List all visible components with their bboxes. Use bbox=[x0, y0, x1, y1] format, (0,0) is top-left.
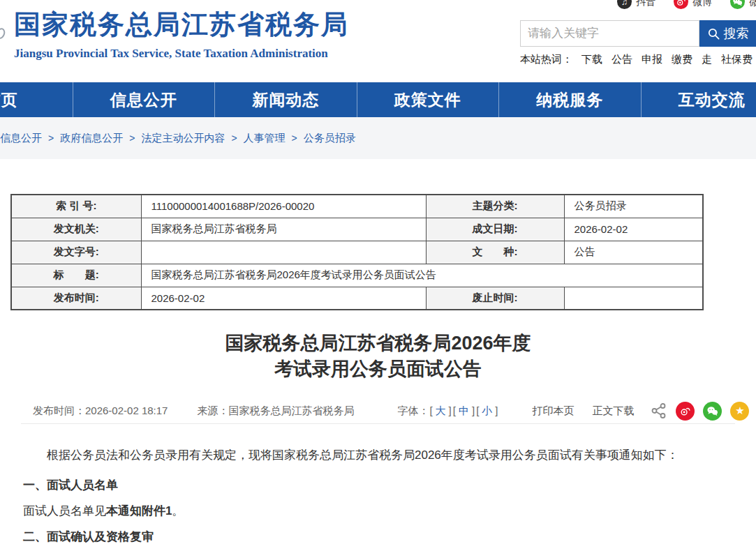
breadcrumb-item[interactable]: 公务员招录 bbox=[304, 132, 356, 145]
table-row: 发文字号: 文 种: 公告 bbox=[11, 241, 703, 264]
article-body: 根据公务员法和公务员录用有关规定，现将国家税务总局江苏省税务局2026年度考试录… bbox=[23, 439, 735, 544]
section-heading-1: 一、面试人员名单 bbox=[23, 476, 735, 494]
search-icon bbox=[707, 27, 720, 40]
share-wechat-icon[interactable] bbox=[703, 402, 722, 421]
repeal-time-label: 废止时间: bbox=[426, 287, 564, 310]
site-search: 搜索 bbox=[520, 20, 756, 47]
publish-time-label: 发布时间: bbox=[11, 287, 141, 310]
breadcrumb-separator: > bbox=[231, 133, 237, 144]
article-publish-time: 发布时间：2026-02-02 18:17 bbox=[33, 405, 168, 418]
nav-item-interaction[interactable]: 互动交流 bbox=[641, 82, 756, 117]
site-title: 国家税务总局江苏省税务局 bbox=[14, 7, 349, 43]
doc-title-label: 标 题: bbox=[11, 264, 141, 287]
issuing-agency-value: 国家税务总局江苏省税务局 bbox=[141, 218, 426, 241]
table-row: 标 题: 国家税务总局江苏省税务局2026年度考试录用公务员面试公告 bbox=[11, 264, 703, 287]
doc-number-label: 发文字号: bbox=[11, 241, 141, 264]
share-icon[interactable] bbox=[651, 402, 667, 419]
weibo-label: 微博 bbox=[692, 0, 712, 8]
font-size-large-button[interactable]: [大] bbox=[429, 405, 451, 418]
wechat-label: 微信 bbox=[749, 0, 756, 8]
douyin-link[interactable]: ♫ 抖音 bbox=[617, 0, 655, 9]
weibo-link[interactable]: 微博 bbox=[674, 0, 712, 9]
hotword-link[interactable]: 公告 bbox=[612, 53, 632, 66]
hotword-link[interactable]: 申报 bbox=[642, 53, 662, 66]
article-info-bar: 发布时间：2026-02-02 18:17 来源：国家税务总局江苏省税务局 字体… bbox=[0, 399, 756, 423]
index-number-label: 索 引 号: bbox=[11, 195, 141, 218]
social-links-row: ♫ 抖音 微博 微信 bbox=[617, 0, 756, 9]
nav-item-home[interactable]: 首页 bbox=[0, 82, 73, 117]
topic-category-value: 公务员招录 bbox=[564, 195, 703, 218]
breadcrumb-item[interactable]: 法定主动公开内容 bbox=[141, 132, 225, 145]
document-meta-table: 索 引 号: 11100000014001688P/2026-00020 主题分… bbox=[10, 194, 704, 310]
search-button-label: 搜索 bbox=[724, 25, 749, 42]
hotword-link[interactable]: 社保费 bbox=[721, 53, 753, 66]
douyin-label: 抖音 bbox=[636, 0, 655, 8]
font-size-small-button[interactable]: [小] bbox=[476, 405, 498, 418]
hotwords-label: 本站热词： bbox=[520, 53, 572, 66]
issue-date-value: 2026-02-02 bbox=[564, 218, 703, 241]
download-text-button[interactable]: 正文下载 bbox=[592, 405, 634, 418]
nav-item-tax-service[interactable]: 纳税服务 bbox=[498, 82, 641, 117]
repeal-time-value bbox=[564, 287, 703, 310]
table-row: 发布时间: 2026-02-02 废止时间: bbox=[11, 287, 703, 310]
hotword-link[interactable]: 下载 bbox=[581, 53, 602, 66]
breadcrumb-item[interactable]: 信息公开 bbox=[0, 132, 42, 145]
divider bbox=[21, 423, 735, 424]
page-title: 国家税务总局江苏省税务局2026年度 考试录用公务员面试公告 bbox=[0, 331, 756, 382]
hotwords-row: 本站热词： 下载 公告 申报 缴费 走 社保费 逃 bbox=[520, 53, 756, 66]
attachment-reference: 本通知附件1 bbox=[106, 504, 172, 517]
table-row: 索 引 号: 11100000014001688P/2026-00020 主题分… bbox=[11, 195, 703, 218]
hotword-link[interactable]: 缴费 bbox=[672, 53, 692, 66]
doc-title-value: 国家税务总局江苏省税务局2026年度考试录用公务员面试公告 bbox=[141, 264, 703, 287]
article-paragraph: 根据公务员法和公务员录用有关规定，现将国家税务总局江苏省税务局2026年度考试录… bbox=[23, 446, 735, 464]
font-size-controls: 字体： [大] [中] [小] bbox=[397, 405, 498, 418]
breadcrumb-separator: > bbox=[292, 133, 297, 144]
print-page-button[interactable]: 打印本页 bbox=[532, 405, 574, 418]
index-number-value: 11100000014001688P/2026-00020 bbox=[141, 195, 426, 218]
nav-item-policy[interactable]: 政策文件 bbox=[357, 82, 499, 117]
issuing-agency-label: 发文机关: bbox=[11, 218, 141, 241]
doc-type-value: 公告 bbox=[564, 241, 703, 264]
breadcrumb-item[interactable]: 人事管理 bbox=[244, 132, 286, 145]
partial-emblem-icon bbox=[0, 27, 6, 40]
breadcrumb-separator: > bbox=[48, 133, 54, 144]
font-size-medium-button[interactable]: [中] bbox=[453, 405, 475, 418]
doc-number-value bbox=[141, 241, 426, 264]
nav-item-info-disclosure[interactable]: 信息公开 bbox=[73, 82, 215, 117]
weibo-icon bbox=[674, 0, 688, 9]
douyin-icon: ♫ bbox=[617, 0, 632, 9]
section-heading-2: 二、面试确认及资格复审 bbox=[23, 528, 735, 544]
font-size-label: 字体： bbox=[397, 405, 429, 418]
breadcrumb: 信息公开 > 政府信息公开 > 法定主动公开内容 > 人事管理 > 公务员招录 bbox=[0, 117, 756, 159]
publish-time-value: 2026-02-02 bbox=[141, 287, 426, 310]
article-paragraph: 面试人员名单见本通知附件1。 bbox=[23, 502, 735, 520]
wechat-link[interactable]: 微信 bbox=[730, 0, 756, 9]
search-input[interactable] bbox=[520, 20, 699, 47]
main-nav: 首页 信息公开 新闻动态 政策文件 纳税服务 互动交流 bbox=[0, 82, 756, 117]
wechat-icon bbox=[730, 0, 745, 9]
breadcrumb-item[interactable]: 政府信息公开 bbox=[60, 132, 123, 145]
share-qzone-icon[interactable]: ★ bbox=[730, 402, 749, 421]
issue-date-label: 成文日期: bbox=[426, 218, 564, 241]
site-subtitle: Jiangsu Provincial Tax Service, State Ta… bbox=[14, 47, 349, 61]
site-logo[interactable]: 国家税务总局江苏省税务局 Jiangsu Provincial Tax Serv… bbox=[14, 7, 349, 61]
hotword-link[interactable]: 走 bbox=[702, 53, 712, 66]
nav-item-news[interactable]: 新闻动态 bbox=[214, 82, 357, 117]
article-source: 来源：国家税务总局江苏省税务局 bbox=[197, 405, 354, 418]
share-weibo-icon[interactable] bbox=[676, 402, 695, 421]
breadcrumb-separator: > bbox=[129, 133, 135, 144]
table-row: 发文机关: 国家税务总局江苏省税务局 成文日期: 2026-02-02 bbox=[11, 218, 703, 241]
doc-type-label: 文 种: bbox=[426, 241, 564, 264]
topic-category-label: 主题分类: bbox=[426, 195, 564, 218]
search-button[interactable]: 搜索 bbox=[699, 20, 756, 47]
